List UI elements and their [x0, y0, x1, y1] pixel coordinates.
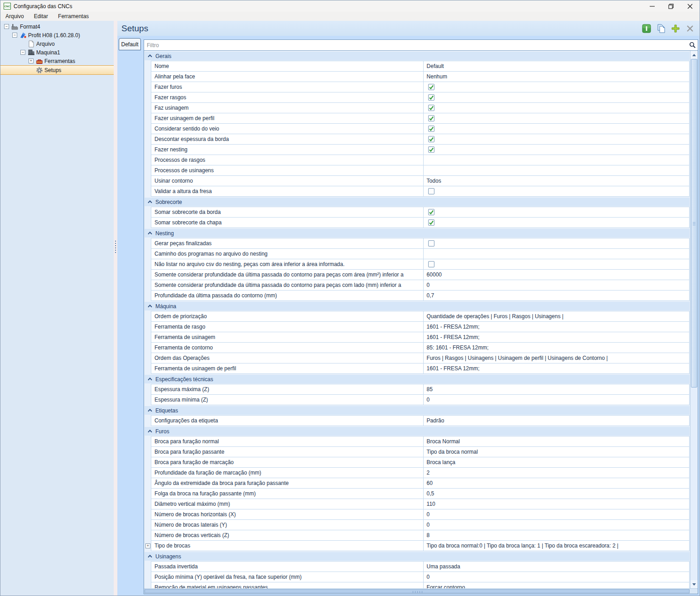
collapse-box-icon[interactable]: −	[20, 50, 25, 55]
row-value[interactable]: Broca Normal	[424, 436, 689, 446]
grid-row[interactable]: Fazer furos	[151, 82, 690, 92]
row-value[interactable]: Todos	[424, 176, 689, 186]
grid-row[interactable]: Validar a altura da fresa	[151, 186, 690, 197]
restore-button[interactable]	[661, 0, 681, 12]
row-value[interactable]: 110	[424, 499, 689, 509]
grid-row[interactable]: Ordem das OperaçõesFuros | Rasgos | Usin…	[151, 353, 690, 363]
grid-row[interactable]: Usinar contornoTodos	[151, 175, 690, 186]
row-value[interactable]: 85: 1601 - FRESA 12mm;	[424, 343, 689, 353]
row-value[interactable]	[424, 249, 689, 259]
section-header-especifica-es-t-cnicas[interactable]: Especificações técnicas	[145, 375, 690, 383]
tree-item-arquivo[interactable]: Arquivo	[0, 39, 114, 48]
row-value[interactable]: 0	[424, 572, 689, 582]
menu-arquivo[interactable]: Arquivo	[0, 12, 29, 21]
vertical-scroll-thumb[interactable]	[691, 59, 697, 388]
grid-row[interactable]: Passada invertidaUma passada	[151, 561, 690, 572]
row-value[interactable]: 1601 - FRESA 12mm;	[424, 363, 689, 373]
row-value[interactable]: Nenhum	[424, 72, 689, 82]
grid-row[interactable]: Ferramenta de rasgo1601 - FRESA 12mm;	[151, 321, 690, 332]
row-value[interactable]: 0,5	[424, 489, 689, 499]
grid-row[interactable]: Broca para furação passanteTipo da broca…	[151, 446, 690, 457]
collapse-section-icon[interactable]	[145, 54, 155, 58]
grid-row[interactable]: Espessura máxima (Z)85	[151, 384, 690, 395]
grid-row[interactable]: Não listar no arquivo csv do nesting, pe…	[151, 259, 690, 270]
grid-row[interactable]: Faz usinagem	[151, 102, 690, 113]
checkbox-checked[interactable]	[428, 115, 434, 121]
collapse-section-icon[interactable]	[145, 200, 155, 204]
minimize-button[interactable]	[642, 0, 661, 12]
scroll-down-icon[interactable]	[690, 580, 698, 588]
grid-row[interactable]: Ângulo da extremidade da broca para fura…	[151, 478, 690, 489]
row-value[interactable]	[424, 207, 689, 217]
collapse-section-icon[interactable]	[145, 378, 155, 381]
grid-row[interactable]: Profundidade da última passada do contor…	[151, 290, 690, 301]
checkbox-checked[interactable]	[428, 146, 434, 153]
info-button[interactable]	[642, 24, 652, 34]
grid-row[interactable]: Espessura mínima (Z)0	[151, 394, 690, 405]
row-value[interactable]: 0,7	[424, 291, 689, 300]
panel-splitter[interactable]	[114, 21, 117, 596]
row-value[interactable]: Tipo da broca normal:0 | Tipo da broca l…	[424, 541, 689, 551]
row-value[interactable]: Broca lança	[424, 457, 689, 467]
row-value[interactable]: Default	[424, 61, 689, 71]
collapse-section-icon[interactable]	[145, 555, 155, 558]
grid-row[interactable]: Número de brocas laterais (Y)0	[151, 519, 690, 530]
row-value[interactable]: Forçar contorno	[424, 582, 689, 588]
section-header-etiquetas[interactable]: Etiquetas	[145, 406, 690, 415]
section-header-sobrecorte[interactable]: Sobrecorte	[145, 198, 690, 206]
grid-row[interactable]: Considerar sentido do veio	[151, 123, 690, 134]
row-value[interactable]: Uma passada	[424, 562, 689, 572]
menu-ferramentas[interactable]: Ferramentas	[53, 12, 94, 21]
filter-input[interactable]	[144, 40, 687, 50]
grid-row[interactable]: Fazer usinagem de perfil	[151, 113, 690, 124]
horizontal-scrollbar[interactable]	[144, 588, 698, 594]
collapse-section-icon[interactable]	[145, 305, 155, 308]
row-value[interactable]: 1601 - FRESA 12mm;	[424, 332, 689, 342]
tree-item-profit-h08-1-60-28-0[interactable]: −Profit H08 (1.60.28.0)	[0, 31, 114, 39]
checkbox-unchecked[interactable]	[428, 188, 434, 194]
expand-row-icon[interactable]: +	[145, 543, 150, 548]
grid-row[interactable]: Número de brocas verticais (Z)8	[151, 530, 690, 541]
row-value[interactable]: Padrão	[424, 416, 689, 426]
grid-row[interactable]: Gerar peças finalizadas	[151, 238, 690, 249]
collapse-box-icon[interactable]: −	[12, 33, 17, 38]
grid-row[interactable]: Somar sobrecorte da chapa	[151, 217, 690, 228]
expand-box-icon[interactable]: +	[29, 58, 34, 63]
checkbox-checked[interactable]	[428, 105, 434, 111]
grid-row[interactable]: Fazer nesting	[151, 144, 690, 155]
grid-row[interactable]: Remoção de material em usinagens passant…	[151, 582, 690, 588]
section-header-nesting[interactable]: Nesting	[145, 229, 690, 237]
grid-row[interactable]: Ferramenta de usinagem1601 - FRESA 12mm;	[151, 332, 690, 343]
row-value[interactable]	[424, 238, 689, 248]
row-value[interactable]: Tipo da broca normal	[424, 447, 689, 457]
row-value[interactable]	[424, 103, 689, 113]
row-value[interactable]	[424, 124, 689, 134]
grid-row[interactable]: Processos de rasgos	[151, 155, 690, 165]
row-value[interactable]	[424, 145, 689, 155]
checkbox-unchecked[interactable]	[428, 240, 434, 247]
grid-row[interactable]: Fazer rasgos	[151, 92, 690, 103]
vertical-scrollbar[interactable]	[690, 51, 698, 588]
checkbox-checked[interactable]	[428, 94, 434, 101]
row-value[interactable]	[424, 113, 689, 123]
row-value[interactable]: 60000	[424, 270, 689, 280]
grid-row[interactable]: NomeDefault	[151, 61, 690, 72]
scroll-up-icon[interactable]	[690, 51, 698, 59]
collapse-box-icon[interactable]: −	[4, 24, 9, 29]
grid-row[interactable]: Broca para furação de marcaçãoBroca lanç…	[151, 457, 690, 468]
grid-row[interactable]: Número de brocas horizontais (X)0	[151, 509, 690, 520]
tree-item-setups[interactable]: Setups	[0, 65, 114, 75]
row-value[interactable]: Quantidade de operações | Furos | Rasgos…	[424, 311, 689, 321]
grid-row[interactable]: +Tipo de brocasTipo da broca normal:0 | …	[151, 540, 690, 551]
collapse-section-icon[interactable]	[145, 430, 155, 433]
grid-row[interactable]: Processos de usinagens	[151, 165, 690, 176]
vertical-scroll-track[interactable]	[690, 59, 698, 580]
checkbox-unchecked[interactable]	[428, 261, 434, 267]
collapse-section-icon[interactable]	[145, 232, 155, 235]
row-value[interactable]	[424, 82, 689, 92]
grid-row[interactable]: Broca para furação normalBroca Normal	[151, 436, 690, 447]
row-value[interactable]	[424, 134, 689, 144]
row-value[interactable]: 8	[424, 530, 689, 540]
checkbox-checked[interactable]	[428, 219, 434, 226]
row-value[interactable]	[424, 259, 689, 269]
